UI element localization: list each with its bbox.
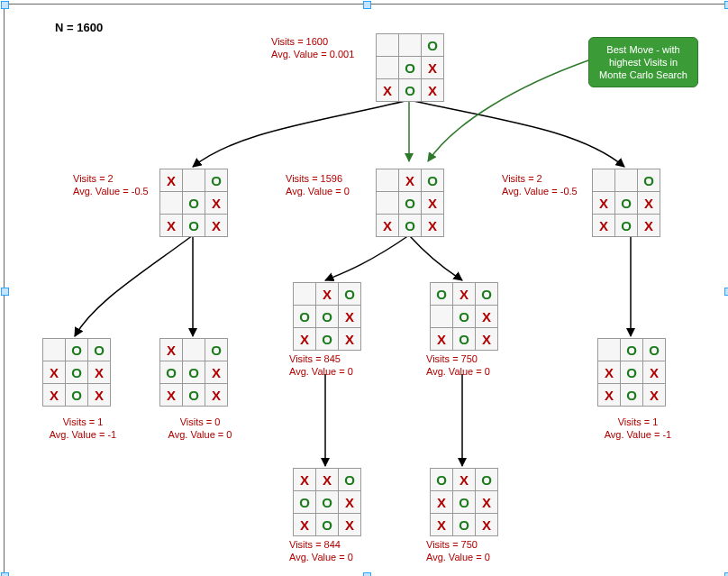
board-cell: X: [453, 283, 475, 305]
board-cell: O: [183, 192, 205, 214]
node-stats-root: Visits = 1600Avg. Value = 0.001: [271, 35, 354, 60]
resize-handle[interactable]: [1, 572, 9, 576]
board-cell: X: [294, 514, 315, 535]
board-cell: X: [339, 514, 360, 535]
board-cell: X: [431, 514, 452, 535]
board-root: OOXXOX: [376, 33, 444, 102]
resize-handle[interactable]: [363, 572, 371, 576]
node-stats: Visits = 1596Avg. Value = 0: [286, 172, 350, 197]
connectors: [5, 5, 728, 576]
board-cell: X: [205, 215, 227, 236]
node-stats: Visits = 2Avg. Value = -0.5: [73, 172, 149, 197]
board-cell: X: [294, 469, 315, 490]
board: XOOXXOX: [159, 169, 228, 237]
board-cell: X: [476, 306, 497, 327]
board-cell: X: [43, 361, 65, 383]
board-cell: X: [476, 514, 497, 535]
board-cell: [377, 34, 398, 56]
board-cell: X: [205, 192, 227, 214]
board-cell: X: [431, 328, 452, 350]
board-cell: X: [377, 79, 398, 101]
board-cell: O: [66, 361, 87, 383]
board-cell: [377, 192, 398, 214]
board-cell: O: [183, 384, 205, 406]
board-cell: O: [316, 328, 338, 350]
board-cell: X: [160, 339, 182, 361]
board-cell: O: [643, 339, 665, 361]
board-cell: O: [183, 361, 205, 383]
node-stats: Visits = 1Avg. Value = -1: [42, 416, 123, 441]
board-cell: [598, 339, 620, 361]
board-cell: O: [453, 328, 475, 350]
board-cell: X: [88, 384, 110, 406]
board-cell: O: [453, 491, 475, 513]
board-cell: X: [399, 169, 421, 191]
board-cell: O: [399, 57, 421, 78]
board-cell: X: [160, 215, 182, 236]
board-cell: X: [43, 384, 65, 406]
board-cell: O: [453, 306, 475, 327]
board-cell: O: [399, 192, 421, 214]
board-cell: O: [183, 215, 205, 236]
board-cell: O: [422, 34, 443, 56]
board: XOOOXXOX: [159, 338, 228, 407]
node-stats: Visits = 2Avg. Value = -0.5: [502, 172, 578, 197]
board: OOXOXXOX: [597, 338, 666, 407]
diagram-canvas: N = 1600 Best Move - with highest Visits…: [4, 4, 728, 576]
board-cell: O: [339, 469, 360, 490]
board-cell: X: [643, 384, 665, 406]
board-cell: X: [598, 361, 620, 383]
board: XOOOXXOX: [293, 282, 361, 351]
node-stats: Visits = 750Avg. Value = 0: [426, 352, 490, 378]
node-stats: Visits = 845Avg. Value = 0: [289, 352, 353, 378]
board-cell: O: [621, 384, 642, 406]
board-cell: X: [160, 384, 182, 406]
board-cell: [183, 339, 205, 361]
board-cell: O: [431, 469, 452, 490]
board-cell: O: [160, 361, 182, 383]
board-cell: O: [453, 514, 475, 535]
board-cell: O: [66, 384, 87, 406]
resize-handle[interactable]: [1, 288, 9, 296]
resize-handle[interactable]: [363, 1, 371, 9]
resize-handle[interactable]: [1, 1, 9, 9]
node-stats: Visits = 0Avg. Value = 0: [159, 416, 241, 441]
board-cell: O: [88, 339, 110, 361]
callout-line: Best Move - with: [596, 43, 690, 56]
board-cell: [160, 192, 182, 214]
board-cell: X: [593, 192, 614, 214]
board-cell: O: [294, 306, 315, 327]
board-cell: X: [88, 361, 110, 383]
board: OXOXXOX: [592, 169, 660, 237]
board-cell: X: [422, 215, 443, 236]
board-cell: [431, 306, 452, 327]
resize-handle[interactable]: [724, 1, 728, 9]
board-cell: [183, 169, 205, 191]
board-cell: X: [643, 361, 665, 383]
board-cell: [593, 169, 614, 191]
board-cell: [615, 169, 637, 191]
board-cell: X: [339, 491, 360, 513]
board-cell: X: [638, 215, 660, 236]
board-cell: X: [339, 306, 360, 327]
resize-handle[interactable]: [724, 572, 728, 576]
board: XXOOOXXOX: [293, 468, 361, 536]
board-cell: O: [339, 283, 360, 305]
board: OXOOXXOX: [430, 282, 498, 351]
board-cell: O: [205, 339, 227, 361]
board-cell: X: [316, 469, 338, 490]
resize-handle[interactable]: [724, 288, 728, 296]
board-cell: O: [66, 339, 87, 361]
board-cell: O: [621, 361, 642, 383]
board-cell: X: [205, 361, 227, 383]
board-cell: X: [422, 79, 443, 101]
board-cell: O: [205, 169, 227, 191]
board-cell: O: [638, 169, 660, 191]
board-cell: O: [476, 469, 497, 490]
board-cell: [377, 169, 398, 191]
board-cell: X: [316, 283, 338, 305]
board-cell: X: [431, 491, 452, 513]
board-cell: [399, 34, 421, 56]
board-cell: O: [316, 306, 338, 327]
board-cell: O: [476, 283, 497, 305]
